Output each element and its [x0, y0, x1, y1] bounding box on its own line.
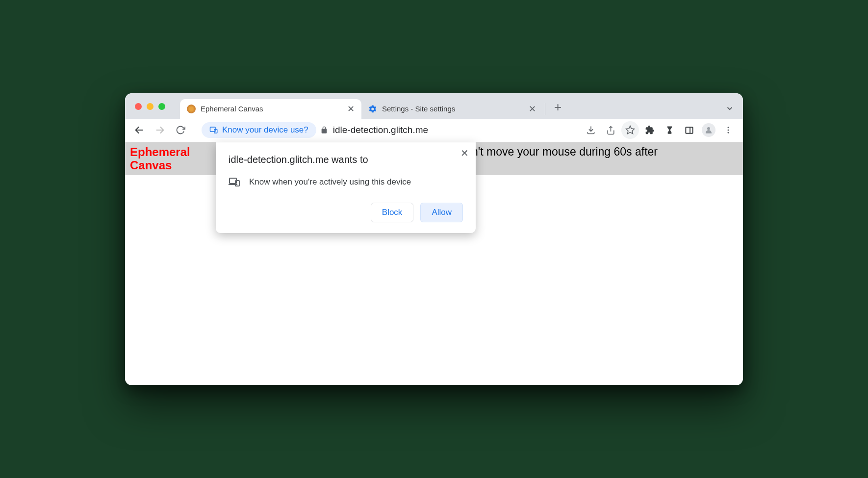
devices-icon	[229, 176, 240, 188]
avatar-icon	[702, 123, 715, 137]
reload-button[interactable]	[172, 122, 189, 138]
back-button[interactable]	[131, 122, 148, 138]
lock-icon	[320, 126, 328, 134]
profile-button[interactable]	[700, 121, 717, 139]
permission-text: Know when you're actively using this dev…	[249, 177, 411, 187]
forward-button[interactable]	[152, 122, 168, 138]
favicon-icon	[187, 105, 196, 113]
svg-point-8	[707, 127, 710, 130]
tab-title: Ephemeral Canvas	[201, 105, 263, 113]
svg-point-11	[728, 132, 729, 133]
gear-icon	[368, 105, 377, 113]
block-button[interactable]: Block	[371, 203, 414, 222]
tab-separator	[545, 103, 545, 115]
tab-ephemeral-canvas[interactable]: Ephemeral Canvas ✕	[180, 99, 361, 119]
tab-dropdown-button[interactable]	[725, 104, 734, 113]
download-icon[interactable]	[582, 121, 600, 139]
permission-actions: Block Allow	[229, 203, 463, 222]
close-tab-icon[interactable]: ✕	[347, 104, 355, 114]
address-bar[interactable]: idle-detection.glitch.me	[320, 125, 578, 135]
allow-button[interactable]: Allow	[420, 203, 463, 222]
svg-point-9	[728, 127, 729, 128]
close-tab-icon[interactable]: ✕	[529, 104, 536, 114]
new-tab-button[interactable]: +	[554, 100, 562, 115]
tab-settings[interactable]: Settings - Site settings ✕	[361, 99, 543, 119]
page-instruction: (Don't move your mouse during 60s after	[454, 145, 658, 159]
chip-label: Know your device use?	[222, 125, 308, 135]
tab-title: Settings - Site settings	[382, 105, 455, 113]
permission-row: Know when you're actively using this dev…	[229, 176, 463, 188]
page-content: Ephemeral Canvas (Don't move your mouse …	[125, 142, 743, 385]
close-icon[interactable]: ✕	[460, 147, 469, 159]
share-icon[interactable]	[602, 121, 619, 139]
url-text: idle-detection.glitch.me	[333, 125, 428, 135]
permission-popup: ✕ idle-detection.glitch.me wants to Know…	[216, 142, 476, 233]
extensions-icon[interactable]	[641, 121, 659, 139]
permission-chip[interactable]: Know your device use?	[202, 122, 316, 138]
bookmark-icon[interactable]	[621, 121, 639, 139]
tab-bar: Ephemeral Canvas ✕ Settings - Site setti…	[125, 93, 743, 119]
sidepanel-icon[interactable]	[680, 121, 698, 139]
maximize-window-button[interactable]	[158, 103, 165, 110]
close-window-button[interactable]	[135, 103, 142, 110]
minimize-window-button[interactable]	[147, 103, 153, 110]
window-controls	[135, 103, 165, 110]
svg-rect-6	[686, 127, 692, 133]
toolbar-actions	[582, 121, 737, 139]
browser-window: Ephemeral Canvas ✕ Settings - Site setti…	[125, 93, 743, 385]
svg-marker-5	[626, 126, 635, 134]
permission-origin: idle-detection.glitch.me wants to	[229, 154, 463, 165]
labs-icon[interactable]	[661, 121, 678, 139]
menu-button[interactable]	[719, 121, 737, 139]
svg-point-10	[728, 130, 729, 131]
toolbar: Know your device use? idle-detection.gli…	[125, 119, 743, 142]
page-title: Ephemeral Canvas	[130, 145, 204, 172]
